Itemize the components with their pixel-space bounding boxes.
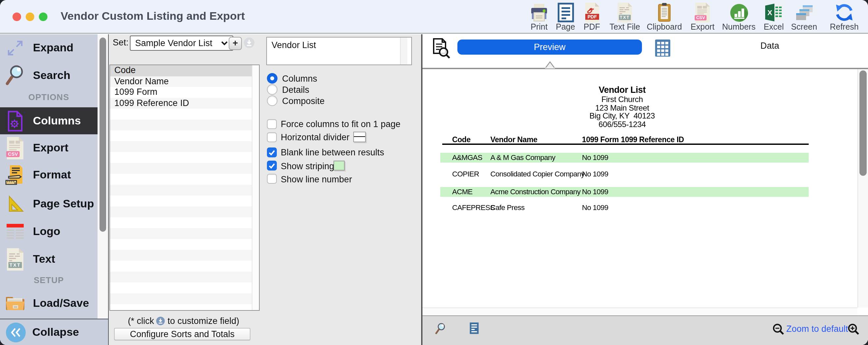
report-cell-code: CAFEPRESS — [452, 203, 495, 211]
toolbar-export-button[interactable]: CSV Export — [683, 2, 722, 32]
toolbar-item-label: Text File — [605, 23, 645, 32]
window-title: Vendor Custom Listing and Export — [61, 0, 245, 33]
report-org-line: 123 Main Street — [523, 103, 721, 112]
close-window-button[interactable] — [12, 12, 21, 21]
sidebar-item-format[interactable]: Format — [0, 161, 97, 189]
report-cell-name: Consolidated Copier Company — [490, 170, 585, 178]
toolbar-item-label: Export — [683, 23, 722, 32]
sidebar-item-load-save[interactable]: Load/Save — [0, 290, 97, 317]
field-list-item[interactable]: 1099 Reference ID — [110, 98, 256, 109]
radio-composite-label[interactable]: Composite — [282, 96, 324, 106]
checkbox-show-striping-label[interactable]: Show striping — [281, 161, 334, 171]
sidebar-item-search[interactable]: Search — [0, 62, 97, 90]
field-list[interactable]: Code Vendor Name 1099 Form 1099 Referenc… — [109, 65, 259, 311]
report-cell-form: No 1099 — [582, 170, 608, 178]
toolbar-item-label: Refresh — [825, 23, 864, 32]
checkbox-show-line-number-label[interactable]: Show line number — [281, 174, 352, 184]
report-column-header: 1099 Reference ID — [621, 136, 684, 143]
sidebar-item-collapse[interactable]: Collapse — [0, 319, 108, 345]
report-org-line: Big City, KY 40123 — [523, 111, 721, 120]
report-org-line: First Church — [523, 95, 721, 104]
sidebar-scrollbar-thumb[interactable] — [99, 37, 106, 232]
chevron-down-icon — [221, 41, 228, 45]
toolbar-item-label: Clipboard — [645, 23, 684, 32]
toolbar-screen-button[interactable]: Screen — [784, 2, 824, 32]
preview-divider — [421, 34, 422, 345]
zoom-out-icon[interactable] — [772, 323, 784, 335]
divider-style-button[interactable] — [353, 132, 366, 142]
field-list-scrollbar[interactable] — [251, 65, 259, 310]
format-doc-icon — [0, 164, 30, 186]
report-cell-code: ACME — [452, 187, 472, 195]
sidebar-item-expand[interactable]: Expand — [0, 34, 97, 62]
magnifier-icon[interactable] — [434, 322, 447, 336]
minimize-window-button[interactable] — [26, 12, 34, 21]
toolbar-clipboard-button[interactable]: Clipboard — [645, 2, 684, 32]
report-column-header: Code — [452, 136, 471, 143]
sidebar-item-export[interactable]: CSV Export — [0, 134, 97, 162]
zoom-to-default-link[interactable]: Zoom to default — [786, 324, 848, 334]
sidebar-item-page-setup[interactable]: Page Setup — [0, 190, 97, 218]
selected-tab-caret — [545, 61, 556, 68]
radio-composite[interactable] — [267, 96, 277, 106]
radio-columns-label[interactable]: Columns — [282, 74, 317, 83]
report-cell-name: Cafe Press — [490, 203, 525, 211]
report-title-value: Vendor List — [272, 40, 316, 50]
collapse-chevrons-icon — [6, 322, 26, 342]
checkbox-blank-line-label[interactable]: Blank line between results — [281, 147, 384, 158]
logo-layout-icon — [0, 223, 30, 240]
zoom-in-icon[interactable] — [847, 323, 860, 335]
radio-details[interactable] — [267, 84, 277, 95]
report-title-textarea[interactable]: Vendor List — [266, 37, 412, 65]
checkbox-blank-line[interactable] — [267, 147, 277, 157]
field-list-item[interactable]: Vendor Name — [110, 76, 256, 87]
report-column-header: 1099 Form — [582, 136, 619, 143]
svg-text:TXT: TXT — [620, 15, 630, 20]
page-layout-icon[interactable] — [469, 322, 479, 335]
screen-windows-icon — [784, 2, 824, 23]
folder-icon — [0, 294, 30, 313]
window-titlebar: Vendor Custom Listing and Export Print P… — [0, 0, 868, 34]
striping-color-swatch[interactable] — [334, 160, 344, 171]
toolbar-textfile-button[interactable]: TXT Text File — [605, 2, 645, 32]
report-cell-code: COPIER — [452, 170, 479, 178]
field-list-item[interactable]: 1099 Form — [110, 87, 256, 98]
checkbox-force-fit-label[interactable]: Force columns to fit on 1 page — [281, 119, 400, 129]
field-set-select[interactable]: Sample Vendor List — [130, 36, 233, 51]
configure-sorts-totals-button[interactable]: Configure Sorts and Totals — [114, 327, 250, 340]
app-window: Vendor Custom Listing and Export Print P… — [0, 0, 868, 345]
sidebar-item-logo[interactable]: Logo — [0, 217, 97, 245]
tab-preview[interactable]: Preview — [457, 39, 642, 55]
checkbox-show-striping[interactable] — [267, 161, 277, 171]
report-cell-form: No 1099 — [582, 187, 608, 195]
report-title: Vendor List — [523, 85, 721, 95]
tab-data[interactable]: Data — [685, 41, 854, 51]
txt-file-icon: TXT — [605, 2, 645, 23]
zoom-window-button[interactable] — [38, 12, 47, 21]
svg-text:PDF: PDF — [587, 14, 596, 20]
txt-file-icon: TXT — [0, 248, 30, 270]
toolbar-numbers-button[interactable]: Numbers — [719, 2, 758, 32]
sidebar-item-text[interactable]: TXT Text — [0, 245, 97, 273]
report-cell-form: No 1099 — [582, 203, 608, 211]
data-grid-icon[interactable] — [655, 39, 670, 57]
print-preview-icon[interactable] — [432, 37, 450, 59]
checkbox-horizontal-divider-label[interactable]: Horizontal divider — [281, 132, 350, 142]
radio-columns[interactable] — [267, 73, 277, 83]
toolbar-refresh-button[interactable]: Refresh — [825, 2, 864, 32]
customize-field-hint: (* click to customize field) — [109, 316, 258, 326]
customize-field-button-disabled[interactable] — [244, 37, 254, 48]
numbers-chart-icon — [719, 2, 758, 23]
checkbox-horizontal-divider[interactable] — [267, 132, 277, 142]
sidebar-section-options: OPTIONS — [0, 92, 97, 102]
preview-horizontal-scrollbar[interactable] — [422, 308, 858, 316]
sidebar-item-columns[interactable]: Columns — [0, 107, 97, 134]
field-list-item[interactable]: Code — [110, 65, 256, 76]
add-field-set-button[interactable]: + — [229, 37, 242, 50]
report-column-header: Vendor Name — [490, 136, 537, 143]
checkbox-force-fit[interactable] — [267, 119, 277, 129]
textarea-scrollbar[interactable] — [400, 37, 407, 65]
radio-details-label[interactable]: Details — [282, 85, 309, 95]
checkbox-show-line-number[interactable] — [267, 174, 277, 184]
preview-scrollbar-thumb[interactable] — [859, 70, 866, 176]
